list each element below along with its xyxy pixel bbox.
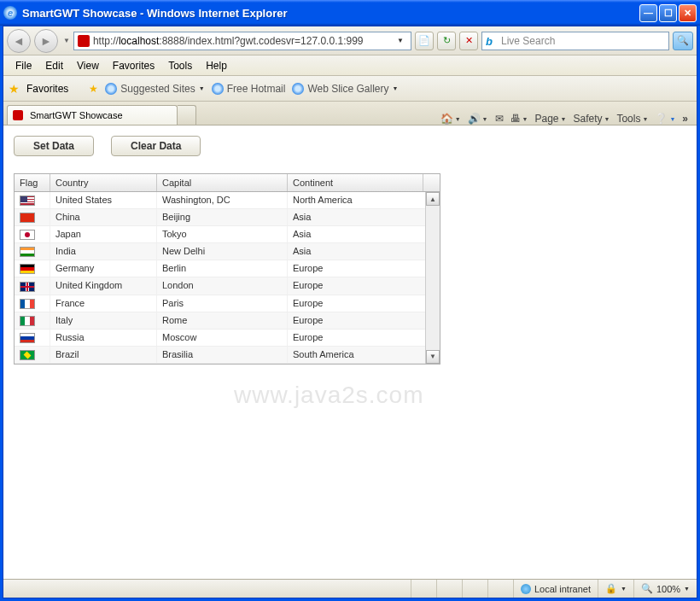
address-bar[interactable]: http://localhost:8888/index.html?gwt.cod… [73, 32, 411, 50]
cell-continent: Europe [288, 330, 423, 346]
table-row[interactable]: United KingdomLondonEurope [15, 277, 425, 295]
table-row[interactable]: RussiaMoscowEurope [15, 330, 425, 347]
header-country[interactable]: Country [50, 174, 157, 191]
browser-window: e SmartGWT Showcase - Windows Internet E… [0, 0, 700, 601]
menu-tools[interactable]: Tools [161, 57, 199, 74]
window-title: SmartGWT Showcase - Windows Internet Exp… [22, 7, 639, 20]
menu-file[interactable]: File [9, 57, 38, 74]
search-go-button[interactable]: 🔍 [673, 32, 693, 50]
cell-country: France [50, 295, 157, 312]
header-capital[interactable]: Capital [157, 174, 288, 191]
cell-country: Brazil [50, 347, 157, 363]
status-bar: Local intranet 🔒▼ 🔍 100% ▼ [3, 579, 697, 598]
search-provider-icon [486, 35, 498, 47]
url-host: localhost [119, 35, 159, 47]
fav-link-webslice[interactable]: Web Slice Gallery▼ [292, 83, 398, 95]
favorites-label[interactable]: Favorites [26, 83, 68, 95]
flag-icon [20, 213, 35, 223]
safety-menu[interactable]: Safety▼ [573, 113, 610, 125]
tools-menu[interactable]: Tools▼ [616, 113, 648, 125]
print-button[interactable]: 🖶▼ [510, 113, 528, 125]
cell-capital: Washington, DC [157, 192, 288, 208]
flag-icon [20, 282, 35, 292]
chevron-down-icon: ▼ [482, 116, 488, 122]
flag-icon [20, 195, 35, 206]
feeds-button[interactable]: 🔊▼ [468, 113, 488, 125]
maximize-button[interactable]: ☐ [659, 4, 677, 22]
cell-flag [15, 312, 50, 329]
cell-capital: Beijing [157, 209, 288, 225]
flag-icon [20, 316, 35, 326]
tab-active[interactable]: SmartGWT Showcase [7, 105, 178, 125]
cell-capital: Tokyo [157, 226, 288, 242]
cell-capital: Moscow [157, 330, 288, 346]
table-row[interactable]: United StatesWashington, DCNorth America [15, 192, 425, 209]
page-menu[interactable]: Page▼ [534, 113, 566, 125]
menu-edit[interactable]: Edit [38, 57, 70, 74]
chevron-down-icon: ▼ [455, 116, 461, 122]
forward-button[interactable]: ► [34, 29, 58, 53]
cell-country: Germany [50, 260, 157, 277]
chevron-down-icon: ▼ [642, 116, 648, 122]
flag-icon [20, 247, 35, 257]
menu-favorites[interactable]: Favorites [106, 57, 161, 74]
help-button[interactable]: ❔▼ [655, 113, 675, 125]
menu-help[interactable]: Help [199, 57, 234, 74]
set-data-button[interactable]: Set Data [14, 136, 94, 156]
close-button[interactable]: ✕ [679, 4, 697, 22]
cell-continent: Europe [288, 312, 423, 329]
scroll-down-icon[interactable]: ▼ [426, 350, 440, 364]
home-button[interactable]: 🏠▼ [440, 113, 461, 125]
cell-capital: Brasilia [157, 347, 288, 363]
status-zoom[interactable]: 🔍 100% ▼ [633, 580, 697, 598]
favorites-star-icon[interactable]: ★ [9, 82, 20, 96]
cell-continent: Asia [288, 209, 423, 225]
new-tab-button[interactable] [178, 105, 196, 125]
menu-view[interactable]: View [70, 57, 106, 74]
scroll-up-icon[interactable]: ▲ [426, 192, 440, 206]
grid-scrollbar[interactable]: ▲ ▼ [425, 192, 440, 364]
table-row[interactable]: BrazilBrasiliaSouth America [15, 347, 425, 364]
status-zone[interactable]: Local intranet [513, 580, 598, 598]
status-seg-blank4 [487, 580, 513, 598]
table-row[interactable]: JapanTokyoAsia [15, 226, 425, 243]
url-prefix: http:// [93, 35, 119, 47]
fav-link-suggested[interactable]: Suggested Sites▼ [105, 83, 204, 95]
url-dropdown-icon[interactable]: ▼ [394, 37, 407, 44]
table-row[interactable]: FranceParisEurope [15, 295, 425, 312]
flag-icon [20, 299, 35, 309]
stop-button[interactable]: ✕ [459, 32, 478, 50]
chevron-down-icon: ▼ [684, 586, 690, 592]
back-button[interactable]: ◄ [7, 29, 31, 53]
search-bar[interactable]: Live Search [481, 32, 669, 50]
cell-flag [15, 260, 50, 277]
cell-continent: Asia [288, 243, 423, 260]
table-row[interactable]: IndiaNew DelhiAsia [15, 243, 425, 260]
overflow-button[interactable]: » [682, 113, 688, 125]
cell-capital: Rome [157, 312, 288, 329]
compat-button[interactable]: 📄 [415, 32, 434, 50]
cell-continent: South America [288, 347, 423, 363]
header-flag[interactable]: Flag [15, 174, 50, 191]
status-protected-mode[interactable]: 🔒▼ [598, 580, 633, 598]
grid-body: United StatesWashington, DCNorth America… [15, 192, 440, 364]
add-favorite-icon[interactable]: ★ [89, 83, 98, 95]
header-continent[interactable]: Continent [288, 174, 423, 191]
cell-flag [15, 226, 50, 242]
minimize-button[interactable]: — [639, 4, 657, 22]
cell-flag [15, 192, 50, 208]
refresh-button[interactable]: ↻ [437, 32, 456, 50]
search-placeholder: Live Search [501, 35, 665, 47]
tab-title: SmartGWT Showcase [30, 110, 123, 120]
status-seg-blank3 [462, 580, 487, 598]
fav-link-hotmail[interactable]: Free Hotmail [212, 83, 286, 95]
table-row[interactable]: ChinaBeijingAsia [15, 209, 425, 226]
chevron-down-icon: ▼ [621, 586, 627, 592]
table-row[interactable]: ItalyRomeEurope [15, 312, 425, 330]
cell-country: United Kingdom [50, 277, 157, 294]
clear-data-button[interactable]: Clear Data [111, 136, 201, 156]
history-dropdown-icon[interactable]: ▼ [63, 37, 70, 44]
table-row[interactable]: GermanyBerlinEurope [15, 260, 425, 277]
chevron-down-icon: ▼ [199, 85, 205, 91]
mail-button[interactable]: ✉ [495, 113, 504, 125]
